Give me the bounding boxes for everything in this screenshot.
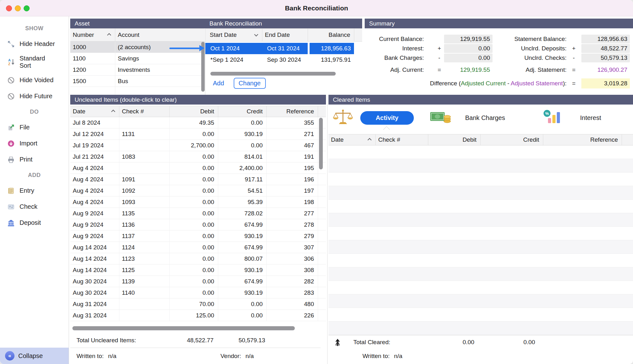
- table-row[interactable]: Oct 1 2024 Oct 31 2024 128,956.63: [205, 43, 362, 54]
- tab-activity-button[interactable]: Activity: [360, 111, 414, 125]
- cell: 674.99: [218, 219, 266, 230]
- sidebar-item-hide-voided[interactable]: Hide Voided: [0, 72, 69, 88]
- table-row[interactable]: Aug 30 202411390.00674.99282: [70, 276, 326, 287]
- column-header-debit[interactable]: Debit: [169, 106, 218, 117]
- sidebar-item-deposit[interactable]: Deposit: [0, 215, 69, 231]
- cell: *Sep 1 2024: [205, 54, 262, 65]
- empty-row: [328, 227, 633, 240]
- table-row[interactable]: Aug 14 202411240.00674.99307: [70, 242, 326, 253]
- table-row[interactable]: Aug 14 202411230.00800.07306: [70, 253, 326, 264]
- tab-interest[interactable]: % Interest: [543, 110, 601, 126]
- cell: Sep 30 2024: [262, 54, 308, 65]
- table-row[interactable]: Aug 30 202411400.00930.19283: [70, 287, 326, 299]
- column-header-start-date[interactable]: Start Date: [205, 29, 262, 41]
- summary-sign: -: [571, 54, 577, 62]
- table-row[interactable]: Jul 12 202411310.00930.19271: [70, 128, 326, 140]
- table-row[interactable]: Aug 4 20240.002,400.00195: [70, 162, 326, 174]
- tab-interest-label[interactable]: Interest: [580, 114, 601, 122]
- row-filler: [318, 310, 326, 321]
- cell: 1124: [119, 242, 169, 253]
- column-header-end-date[interactable]: End Date: [262, 29, 308, 41]
- column-header-reference[interactable]: Reference: [266, 106, 318, 117]
- table-row[interactable]: [70, 87, 205, 95]
- svg-text:Z: Z: [8, 62, 10, 66]
- sidebar-item-file[interactable]: File: [0, 119, 69, 135]
- tab-activity[interactable]: Activity: [332, 110, 414, 126]
- sidebar-item-standard-sort[interactable]: AZ Standard Sort: [0, 52, 69, 72]
- bank-rec-panel-header: Bank Reconciliation: [205, 19, 362, 28]
- tab-bank-charges-label[interactable]: Bank Charges: [465, 114, 505, 122]
- row-filler: [318, 242, 326, 253]
- add-button[interactable]: Add: [213, 80, 224, 87]
- table-row[interactable]: 1500 Bus: [70, 76, 205, 87]
- cell: 0.00: [169, 162, 218, 173]
- summary-sign: +: [436, 44, 442, 53]
- table-row[interactable]: Jul 19 20242,700.000.00467: [70, 140, 326, 151]
- cell: 198: [266, 196, 318, 208]
- sidebar-item-check[interactable]: Check: [0, 199, 69, 215]
- table-row[interactable]: Aug 4 202410910.00917.11196: [70, 174, 326, 185]
- asset-table-header: Number Account: [70, 28, 205, 42]
- cell: 1125: [119, 264, 169, 276]
- sidebar-item-print[interactable]: Print: [0, 151, 69, 168]
- cell: 1137: [119, 230, 169, 242]
- table-row[interactable]: Jul 21 202410830.00814.01191: [70, 151, 326, 162]
- column-header-debit[interactable]: Debit: [428, 134, 480, 145]
- table-row[interactable]: Aug 14 202411250.00930.19308: [70, 264, 326, 276]
- row-filler: [318, 185, 326, 196]
- table-row[interactable]: Aug 31 202470.000.00480: [70, 299, 326, 310]
- column-header-reference[interactable]: Reference: [543, 134, 622, 145]
- horizontal-scrollbar[interactable]: [210, 72, 336, 76]
- sidebar-item-hide-future[interactable]: Hide Future: [0, 88, 69, 104]
- cell: [119, 310, 169, 321]
- table-row[interactable]: Aug 9 202411350.00728.02277: [70, 208, 326, 219]
- empty-row: [328, 213, 633, 227]
- uncleared-total-credit: 50,579.13: [218, 336, 265, 345]
- column-header-check[interactable]: Check #: [119, 106, 169, 117]
- sidebar-item-hide-header[interactable]: Hide Header: [0, 36, 69, 52]
- column-header-date[interactable]: Date: [70, 106, 119, 117]
- column-header-check[interactable]: Check #: [375, 134, 428, 145]
- sidebar-item-label: Check: [20, 203, 37, 210]
- cell: 800.07: [218, 253, 266, 264]
- table-row[interactable]: *Sep 1 2024 Sep 30 2024 131,975.91: [205, 54, 362, 65]
- vertical-scrollbar[interactable]: [319, 118, 323, 169]
- table-row[interactable]: Aug 9 202411360.00674.99278: [70, 219, 326, 230]
- row-filler: [354, 54, 362, 65]
- cell: Bus: [115, 76, 205, 87]
- tab-bank-charges[interactable]: Bank Charges: [430, 110, 505, 126]
- cell: 0.00: [169, 264, 218, 276]
- horizontal-scrollbar[interactable]: [72, 326, 295, 330]
- empty-row: [328, 254, 633, 267]
- column-header-date[interactable]: Date: [328, 134, 375, 145]
- table-row[interactable]: Aug 9 202411370.00930.19279: [70, 230, 326, 242]
- column-label: Balance: [328, 31, 350, 38]
- summary-sign: +: [571, 44, 577, 53]
- table-row[interactable]: Jul 8 202449.350.00355: [70, 117, 326, 128]
- annotation-arrow-head: [199, 45, 204, 51]
- table-row[interactable]: 1100 Savings: [70, 53, 205, 64]
- sidebar-item-entry[interactable]: Entry: [0, 183, 69, 199]
- sidebar-item-label: Deposit: [20, 219, 41, 226]
- column-header-account[interactable]: Account: [115, 29, 205, 41]
- titlebar: Bank Reconciliation: [0, 0, 633, 16]
- table-row[interactable]: Aug 31 2024125.000.00226: [70, 310, 326, 321]
- cell: Oct 1 2024: [205, 43, 262, 54]
- sidebar-item-import[interactable]: Import: [0, 135, 69, 151]
- column-header-credit[interactable]: Credit: [218, 106, 266, 117]
- column-header-credit[interactable]: Credit: [480, 134, 543, 145]
- cell: [119, 162, 169, 173]
- collapse-button[interactable]: « Collapse: [0, 348, 69, 364]
- column-label: Check #: [378, 136, 400, 143]
- cell: [70, 87, 115, 95]
- row-filler: [318, 276, 326, 287]
- column-header-number[interactable]: Number: [70, 29, 115, 41]
- change-button[interactable]: Change: [234, 78, 266, 89]
- table-row[interactable]: Aug 4 202410920.0054.51197: [70, 185, 326, 196]
- table-row[interactable]: 1000 (2 accounts): [70, 42, 205, 53]
- table-row[interactable]: 1200 Investments: [70, 64, 205, 76]
- column-header-balance[interactable]: Balance: [308, 29, 354, 41]
- empty-row: [328, 267, 633, 281]
- table-row[interactable]: Aug 4 202410930.0095.39198: [70, 196, 326, 208]
- cell: 0.00: [169, 287, 218, 298]
